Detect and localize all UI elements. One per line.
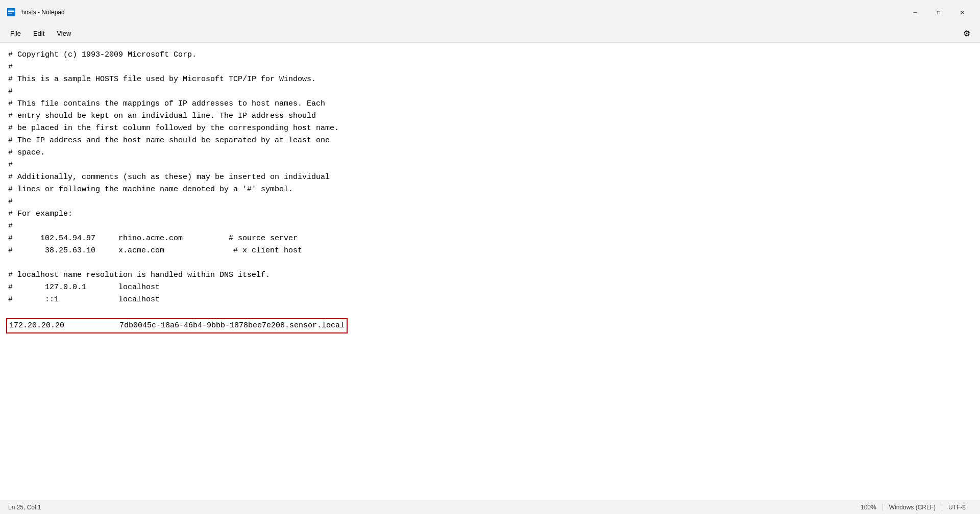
line-22: [8, 307, 13, 316]
line-2: #: [8, 63, 13, 71]
editor-content: # Copyright (c) 1993-2009 Microsoft Corp…: [8, 49, 972, 333]
line-7: # be placed in the first column followed…: [8, 124, 339, 133]
settings-button[interactable]: ⚙: [958, 25, 976, 42]
line-10: #: [8, 161, 13, 169]
editor-area[interactable]: # Copyright (c) 1993-2009 Microsoft Corp…: [0, 43, 980, 500]
line-3: # This is a sample HOSTS file used by Mi…: [8, 75, 316, 84]
line-11: # Additionally, comments (such as these)…: [8, 173, 330, 182]
line-15: #: [8, 222, 13, 230]
app-icon: [6, 7, 16, 17]
line-21: # ::1 localhost: [8, 295, 160, 304]
line-17: # 38.25.63.10 x.acme.com # x client host: [8, 246, 302, 255]
svg-rect-2: [8, 11, 14, 12]
line-8: # The IP address and the host name shoul…: [8, 136, 330, 145]
line-12: # lines or following the machine name de…: [8, 185, 293, 194]
window-title: hosts - Notepad: [21, 9, 903, 16]
cursor-position: Ln 25, Col 1: [8, 504, 47, 511]
line-19: # localhost name resolution is handled w…: [8, 271, 270, 279]
line-5: # This file contains the mappings of IP …: [8, 99, 325, 108]
minimize-button[interactable]: ─: [903, 4, 927, 20]
menu-file[interactable]: File: [4, 28, 27, 39]
line-1: # Copyright (c) 1993-2009 Microsoft Corp…: [8, 50, 197, 59]
zoom-level[interactable]: 100%: [861, 504, 883, 511]
encoding[interactable]: UTF-8: [942, 504, 972, 511]
hosts-entry-line: 172.20.20.20 7db0045c-18a6-46b4-9bbb-187…: [6, 318, 348, 333]
window-controls: ─ □ ✕: [903, 4, 974, 20]
line-ending[interactable]: Windows (CRLF): [883, 504, 942, 511]
menu-view[interactable]: View: [51, 28, 77, 39]
line-18: [8, 259, 13, 267]
title-bar: hosts - Notepad ─ □ ✕: [0, 0, 980, 24]
svg-rect-3: [8, 13, 12, 14]
line-4: #: [8, 87, 13, 96]
menu-bar: File Edit View ⚙: [0, 24, 980, 43]
line-6: # entry should be kept on an individual …: [8, 112, 316, 120]
line-20: # 127.0.0.1 localhost: [8, 283, 160, 292]
line-14: # For example:: [8, 210, 72, 218]
menu-edit[interactable]: Edit: [27, 28, 51, 39]
line-13: #: [8, 197, 13, 206]
svg-rect-1: [8, 10, 14, 11]
close-button[interactable]: ✕: [950, 4, 974, 20]
line-9: # space.: [8, 148, 45, 157]
notepad-window: hosts - Notepad ─ □ ✕ File Edit View ⚙ #…: [0, 0, 980, 514]
svg-rect-0: [7, 8, 15, 16]
gear-icon: ⚙: [963, 29, 970, 38]
status-bar: Ln 25, Col 1 100% Windows (CRLF) UTF-8: [0, 500, 980, 514]
status-right: 100% Windows (CRLF) UTF-8: [861, 504, 972, 511]
maximize-button[interactable]: □: [927, 4, 950, 20]
line-16: # 102.54.94.97 rhino.acme.com # source s…: [8, 234, 298, 243]
